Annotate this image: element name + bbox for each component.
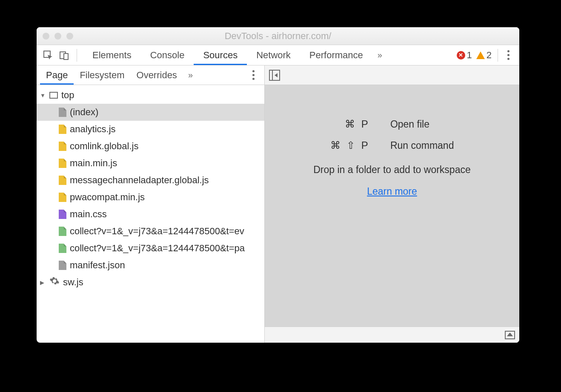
svg-rect-2 [64,54,68,60]
subtab-overrides[interactable]: Overrides [131,65,183,85]
titlebar: DevTools - airhorner.com/ [37,27,519,45]
traffic-lights [43,33,73,40]
tree-file[interactable]: main.css [37,206,264,223]
error-icon: ✕ [457,51,465,60]
script-file-icon [59,159,66,168]
script-file-icon [59,142,66,151]
navigator-panel: Page Filesystem Overrides » ▼ top (index… [37,65,265,343]
shortcut-label: Run command [390,140,454,151]
tree-worker[interactable]: ▶ sw.js [37,274,264,291]
shortcut-keys: ⌘ ⇧ P [330,139,370,151]
tab-label: Console [150,50,185,61]
tree-item-label: collect?v=1&_v=j73&a=1244478500&t=pa [70,243,245,254]
minimize-window-button[interactable] [54,33,61,40]
zoom-window-button[interactable] [66,33,73,40]
panel-body: Page Filesystem Overrides » ▼ top (index… [37,65,519,343]
tab-console[interactable]: Console [141,45,194,65]
file-tree: ▼ top (index) analytics.js comlink.globa… [37,85,264,343]
frame-icon [49,92,58,99]
error-count-badge[interactable]: ✕ 1 [457,50,472,61]
document-file-icon [59,108,66,117]
workspace-drop-hint: Drop in a folder to add to workspace [313,164,470,176]
tab-label: Elements [92,50,132,61]
navigator-tabstrip: Page Filesystem Overrides » [37,65,264,85]
warning-count-badge[interactable]: 2 [476,50,492,61]
error-count: 1 [467,50,472,61]
subtab-label: Overrides [137,70,177,81]
tab-elements[interactable]: Elements [83,45,141,65]
learn-more-link[interactable]: Learn more [367,186,417,197]
subtab-page[interactable]: Page [40,65,74,85]
more-subtabs-icon[interactable]: » [183,70,198,80]
navigator-menu-icon[interactable] [246,70,260,80]
tree-file[interactable]: collect?v=1&_v=j73&a=1244478500&t=pa [37,240,264,257]
subtab-filesystem[interactable]: Filesystem [74,65,130,85]
document-file-icon [59,261,66,270]
xhr-file-icon [59,227,66,236]
tree-item-label: messagechanneladapter.global.js [70,175,209,186]
subtab-label: Filesystem [80,70,124,81]
script-file-icon [59,176,66,185]
tab-performance[interactable]: Performance [300,45,372,65]
console-status[interactable]: ✕ 1 2 [457,50,492,61]
shortcut-keys: ⌘ P [345,118,370,130]
script-file-icon [59,193,66,202]
tree-item-label: top [61,90,74,101]
tree-item-label: sw.js [63,277,83,288]
tree-file[interactable]: comlink.global.js [37,138,264,155]
tab-network[interactable]: Network [247,45,300,65]
inspect-element-icon[interactable] [41,48,55,62]
xhr-file-icon [59,244,66,253]
tree-item-label: comlink.global.js [70,141,138,152]
tree-frame-top[interactable]: ▼ top [37,87,264,104]
service-worker-icon [49,276,60,289]
main-tabstrip: Elements Console Sources Network Perform… [37,45,519,65]
window-title: DevTools - airhorner.com/ [37,31,519,42]
script-file-icon [59,125,66,134]
tree-item-label: main.min.js [70,158,117,169]
divider [498,49,498,62]
tree-file[interactable]: pwacompat.min.js [37,189,264,206]
tree-item-label: (index) [70,107,98,118]
editor-footer [265,327,519,343]
tree-file[interactable]: messagechanneladapter.global.js [37,172,264,189]
warning-count: 2 [487,50,492,61]
shortcut-label: Open file [390,119,429,130]
settings-menu-icon[interactable] [501,50,515,60]
device-toolbar-icon[interactable] [57,48,72,62]
tab-label: Performance [309,50,363,61]
disclosure-triangle-icon[interactable]: ▶ [40,279,46,286]
devtools-window: DevTools - airhorner.com/ Elements Conso… [37,27,519,343]
tree-item-label: manifest.json [70,260,125,271]
tree-item-label: collect?v=1&_v=j73&a=1244478500&t=ev [70,226,244,237]
tree-item-label: analytics.js [70,124,116,135]
editor-empty-state: ⌘ P Open file ⌘ ⇧ P Run command Drop in … [265,85,519,327]
tree-file[interactable]: main.min.js [37,155,264,172]
tab-sources[interactable]: Sources [194,45,247,65]
warning-icon [476,51,485,59]
divider [77,49,77,62]
subtab-label: Page [46,70,68,81]
tab-label: Sources [203,50,238,61]
tree-file[interactable]: collect?v=1&_v=j73&a=1244478500&t=ev [37,223,264,240]
tree-item-label: main.css [70,209,107,220]
tree-file[interactable]: manifest.json [37,257,264,274]
editor-tabstrip [265,65,519,85]
collapse-navigator-icon[interactable] [269,70,280,81]
disclosure-triangle-icon[interactable]: ▼ [40,92,46,99]
more-tabs-icon[interactable]: » [372,50,387,60]
tree-file[interactable]: (index) [37,104,264,121]
close-window-button[interactable] [43,33,49,40]
editor-panel: ⌘ P Open file ⌘ ⇧ P Run command Drop in … [265,65,519,343]
show-drawer-icon[interactable] [505,331,515,339]
tree-file[interactable]: analytics.js [37,121,264,138]
tab-label: Network [256,50,291,61]
tree-item-label: pwacompat.min.js [70,192,145,203]
stylesheet-file-icon [59,210,66,219]
